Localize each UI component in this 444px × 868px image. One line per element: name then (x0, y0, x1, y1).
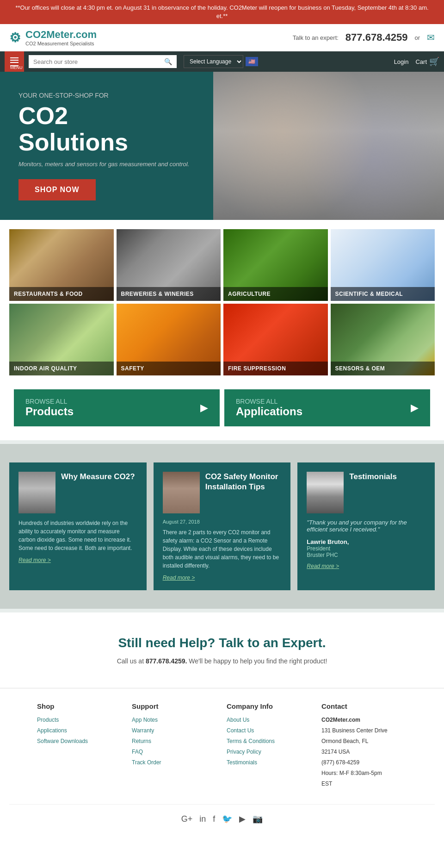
footer-link-about-us[interactable]: About Us (227, 716, 312, 724)
hamburger-line (10, 60, 18, 61)
footer-link-warranty[interactable]: Warranty (132, 726, 217, 735)
read-more-testimonials[interactable]: Read more > (307, 563, 426, 569)
browse-products-button[interactable]: BROWSE ALL Products ▶ (14, 389, 220, 426)
footer-phone[interactable]: (877) 678-4259 (321, 758, 407, 767)
footer-col-support: Support App Notes Warranty Returns FAQ T… (132, 702, 217, 790)
footer-link-testimonials[interactable]: Testimonials (227, 758, 312, 767)
hero-subtitle: YOUR ONE-STOP-SHOP FOR (18, 92, 195, 99)
info-card-safety-title: CO2 Safety Monitor Installation Tips (205, 472, 282, 492)
follow-text: We'll be happy to help you find the righ… (189, 657, 327, 665)
avatar-man (163, 472, 200, 513)
footer-link-returns[interactable]: Returns (132, 737, 217, 745)
footer-link-faq[interactable]: FAQ (132, 748, 217, 756)
category-card-safety[interactable]: SAFETY (117, 304, 221, 375)
footer-social: G+ in f 🐦 ▶ 📷 (9, 804, 435, 824)
info-card-why-co2-body: Hundreds of industries worldwide rely on… (18, 519, 137, 552)
footer-link-privacy[interactable]: Privacy Policy (227, 748, 312, 756)
category-label-agriculture: AGRICULTURE (223, 287, 328, 301)
social-instagram[interactable]: 📷 (253, 814, 263, 824)
read-more-why-co2[interactable]: Read more > (18, 557, 137, 563)
category-card-restaurants[interactable]: RESTAURANTS & FOOD (9, 229, 114, 301)
call-text: Call us at (117, 657, 144, 665)
browse-section: BROWSE ALL Products ▶ BROWSE ALL Applica… (0, 385, 444, 440)
header: ⚙ CO2Meter.com CO2 Measurement Specialis… (0, 24, 444, 51)
browse-products-name: Products (25, 405, 74, 418)
footer-zip: 32174 USA (321, 748, 407, 756)
shop-now-button[interactable]: SHOP NOW (18, 179, 96, 200)
footer-link-software-downloads[interactable]: Software Downloads (37, 737, 123, 745)
category-label-safety: SAFETY (117, 362, 221, 375)
info-card-safety-monitor: CO2 Safety Monitor Installation Tips Aug… (154, 462, 291, 590)
hero-title-text: CO2Solutions (18, 102, 128, 156)
footer-link-terms[interactable]: Terms & Conditions (227, 737, 312, 745)
talk-text: Talk to an expert: (293, 34, 339, 41)
hero-section: YOUR ONE-STOP-SHOP FOR CO2Solutions Moni… (0, 72, 444, 220)
testimonial-position: President (307, 545, 426, 552)
flag-icon: 🇺🇸 (246, 57, 258, 66)
category-card-breweries[interactable]: BREWERIES & WINERIES (117, 229, 221, 301)
cart-label: Cart (415, 58, 427, 65)
hero-image (213, 72, 444, 220)
logo-area[interactable]: ⚙ CO2Meter.com CO2 Measurement Specialis… (9, 29, 97, 46)
category-card-scientific[interactable]: SCIENTIFIC & MEDICAL (331, 229, 435, 301)
cart-icon: 🛒 (429, 56, 439, 67)
testimonial-quote: "Thank you and your company for the effi… (307, 519, 426, 533)
browse-all-label-products: BROWSE ALL (25, 398, 74, 405)
help-text: Call us at 877.678.4259. We'll be happy … (9, 657, 435, 665)
top-banner: **Our offices will close at 4:30 pm et. … (0, 0, 444, 24)
social-youtube[interactable]: ▶ (239, 814, 246, 824)
category-label-breweries: BREWERIES & WINERIES (117, 287, 221, 301)
footer-link-contact-us[interactable]: Contact Us (227, 726, 312, 735)
category-card-fire[interactable]: FIRE SUPPRESSION (223, 304, 328, 375)
category-card-sensors[interactable]: SENSORS & OEM (331, 304, 435, 375)
browse-applications-button[interactable]: BROWSE ALL Applications ▶ (224, 389, 430, 426)
menu-label: MENU (10, 65, 18, 66)
search-input[interactable] (29, 55, 160, 68)
social-linkedin[interactable]: in (199, 814, 206, 824)
menu-button[interactable]: MENU (5, 51, 24, 72)
testimonial-name: Lawrie Bruton, (307, 538, 426, 545)
footer-columns: Shop Products Applications Software Down… (37, 702, 407, 790)
footer-link-applications[interactable]: Applications (37, 726, 123, 735)
help-phone[interactable]: 877.678.4259. (146, 657, 187, 665)
section-divider (0, 440, 444, 444)
hero-left: YOUR ONE-STOP-SHOP FOR CO2Solutions Moni… (0, 72, 213, 220)
social-googleplus[interactable]: G+ (181, 814, 193, 824)
login-button[interactable]: Login (394, 58, 409, 65)
category-label-indoor: INDOOR AIR QUALITY (9, 362, 114, 375)
search-button[interactable]: 🔍 (160, 55, 177, 68)
info-card-safety-title-area: CO2 Safety Monitor Installation Tips (205, 472, 282, 513)
logo-icon: ⚙ (9, 30, 21, 45)
info-card-why-co2-title: Why Measure CO2? (61, 472, 135, 513)
category-label-scientific: SCIENTIFIC & MEDICAL (331, 287, 435, 301)
footer-link-products[interactable]: Products (37, 716, 123, 724)
category-label-sensors: SENSORS & OEM (331, 362, 435, 375)
footer-company-name: CO2Meter.com (321, 716, 407, 724)
email-icon[interactable]: ✉ (427, 32, 435, 43)
testimonial-company: Bruster PHC (307, 552, 426, 558)
category-section: RESTAURANTS & FOOD BREWERIES & WINERIES … (0, 220, 444, 385)
language-select[interactable]: Select Language (184, 55, 243, 68)
social-facebook[interactable]: f (213, 814, 215, 824)
read-more-safety[interactable]: Read more > (163, 575, 282, 581)
help-title: Still need Help? Talk to an Expert. (9, 636, 435, 650)
social-twitter[interactable]: 🐦 (222, 814, 232, 824)
avatar-suit (307, 472, 344, 513)
footer-timezone: EST (321, 780, 407, 788)
footer-col-shop: Shop Products Applications Software Down… (37, 702, 123, 790)
browse-applications-text: BROWSE ALL Applications (236, 398, 302, 418)
info-card-testimonials: Testimonials "Thank you and your company… (297, 462, 435, 590)
phone-number[interactable]: 877.678.4259 (345, 31, 408, 44)
footer-link-track-order[interactable]: Track Order (132, 758, 217, 767)
cart-button[interactable]: Cart 🛒 (415, 56, 439, 67)
category-card-agriculture[interactable]: AGRICULTURE (223, 229, 328, 301)
category-card-indoor[interactable]: INDOOR AIR QUALITY (9, 304, 114, 375)
search-area: 🔍 (29, 55, 177, 68)
footer-link-app-notes[interactable]: App Notes (132, 716, 217, 724)
avatar-woman (18, 472, 56, 513)
banner-text: **Our offices will close at 4:30 pm et. … (15, 4, 428, 19)
info-card-testimonials-header: Testimonials (307, 472, 426, 513)
info-card-why-co2-header: Why Measure CO2? (18, 472, 137, 513)
info-cards-grid: Why Measure CO2? Hundreds of industries … (9, 462, 435, 590)
hamburger-line (10, 62, 18, 63)
